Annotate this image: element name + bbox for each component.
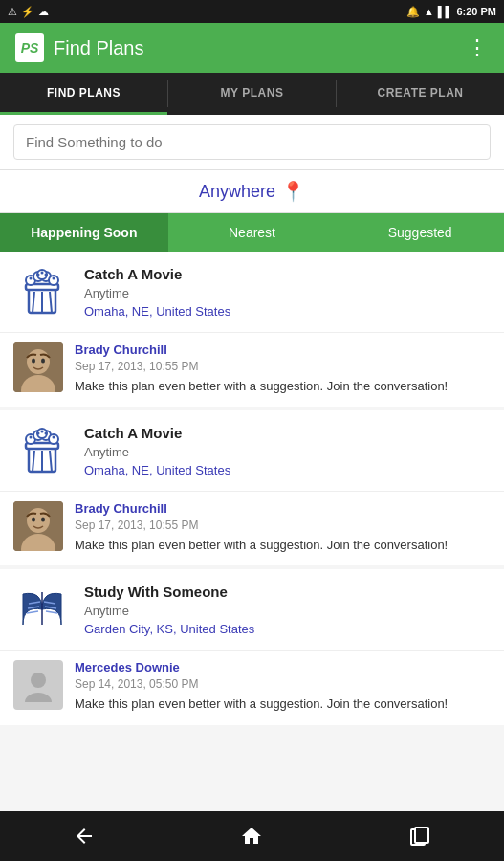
avatar — [13, 342, 63, 392]
filter-nearest[interactable]: Nearest — [168, 213, 337, 252]
comment-date: Sep 14, 2013, 05:50 PM — [75, 677, 491, 691]
wifi-icon: ▲ — [424, 6, 434, 17]
svg-point-16 — [27, 349, 50, 374]
svg-point-48 — [25, 693, 52, 702]
svg-point-14 — [41, 272, 44, 275]
plan-location[interactable]: Omaha, NE, United States — [84, 463, 491, 477]
svg-point-36 — [27, 508, 50, 533]
popcorn-icon — [13, 263, 71, 320]
plan-title: Catch A Movie — [84, 266, 491, 282]
svg-point-32 — [45, 432, 48, 435]
plan-info: Study With Someone Anytime Garden City, … — [84, 584, 491, 636]
overflow-menu-button[interactable]: ⋮ — [467, 35, 489, 60]
commenter-name[interactable]: Brady Churchill — [75, 501, 491, 516]
svg-point-11 — [37, 274, 40, 276]
home-button[interactable] — [223, 817, 280, 855]
search-input[interactable] — [13, 124, 491, 160]
comment-text: Make this plan even better with a sugges… — [75, 537, 491, 554]
popcorn-icon — [13, 422, 71, 479]
tab-create-plan[interactable]: CREATE PLAN — [337, 73, 504, 115]
time: 6:20 PM — [456, 6, 496, 17]
plans-list: Catch A Movie Anytime Omaha, NE, United … — [0, 252, 504, 854]
plan-time: Anytime — [84, 604, 491, 618]
comment-text: Make this plan even better with a sugges… — [75, 695, 491, 713]
comment-body: Mercedes Downie Sep 14, 2013, 05:50 PM M… — [75, 660, 491, 713]
comment-text: Make this plan even better with a sugges… — [75, 378, 491, 395]
svg-point-18 — [32, 359, 35, 364]
plan-location[interactable]: Garden City, KS, United States — [84, 622, 491, 636]
svg-point-31 — [37, 432, 40, 435]
location-row[interactable]: Anywhere 📍 — [0, 170, 504, 213]
svg-point-13 — [53, 277, 55, 280]
plan-card: Study With Someone Anytime Garden City, … — [0, 569, 504, 724]
comment-body: Brady Churchill Sep 17, 2013, 10:55 PM M… — [75, 501, 491, 554]
svg-point-19 — [41, 359, 45, 364]
comment-row: Brady Churchill Sep 17, 2013, 10:55 PM M… — [0, 491, 504, 565]
plan-title: Catch A Movie — [84, 425, 491, 441]
status-right-icons: 🔔 ▲ ▌▌ 6:20 PM — [406, 6, 496, 18]
app-title: Find Plans — [54, 37, 144, 59]
svg-point-47 — [31, 673, 46, 688]
comment-date: Sep 17, 2013, 10:55 PM — [75, 519, 491, 532]
svg-line-43 — [27, 611, 38, 613]
svg-point-34 — [41, 430, 44, 433]
commenter-name[interactable]: Brady Churchill — [75, 342, 491, 357]
svg-rect-50 — [415, 828, 428, 843]
tab-bar: FIND PLANS MY PLANS CREATE PLAN — [0, 73, 504, 115]
usb-icon: ⚡ — [21, 6, 34, 18]
filter-tabs: Happening Soon Nearest Suggested — [0, 213, 504, 252]
plan-card: Catch A Movie Anytime Omaha, NE, United … — [0, 252, 504, 407]
comment-row: Brady Churchill Sep 17, 2013, 10:55 PM M… — [0, 332, 504, 407]
tab-find-plans[interactable]: FIND PLANS — [0, 73, 167, 115]
book-icon — [13, 581, 71, 638]
plan-card: Catch A Movie Anytime Omaha, NE, United … — [0, 410, 504, 565]
svg-point-10 — [30, 277, 33, 280]
ps-logo: PS — [15, 33, 44, 62]
plan-time: Anytime — [84, 445, 491, 459]
plan-header: Catch A Movie Anytime Omaha, NE, United … — [0, 410, 504, 491]
warning-icon: ⚠ — [8, 6, 17, 18]
search-bar — [0, 115, 504, 170]
svg-point-33 — [53, 436, 55, 439]
cloud-icon: ☁ — [38, 6, 49, 18]
filter-suggested[interactable]: Suggested — [336, 213, 504, 252]
location-text: Anywhere — [199, 182, 275, 202]
comment-body: Brady Churchill Sep 17, 2013, 10:55 PM M… — [75, 342, 491, 395]
svg-point-39 — [41, 518, 45, 522]
location-pin-icon: 📍 — [281, 180, 305, 203]
svg-point-12 — [45, 274, 48, 276]
plan-location[interactable]: Omaha, NE, United States — [84, 304, 491, 319]
bottom-nav — [0, 811, 504, 861]
plan-header: Study With Someone Anytime Garden City, … — [0, 569, 504, 650]
svg-point-38 — [32, 518, 35, 522]
avatar — [13, 501, 63, 551]
app-bar-left: PS Find Plans — [15, 33, 144, 62]
comment-date: Sep 17, 2013, 10:55 PM — [75, 360, 491, 373]
signal-icon: ▌▌ — [438, 6, 453, 17]
svg-point-30 — [30, 436, 33, 439]
status-left-icons: ⚠ ⚡ ☁ — [8, 6, 49, 18]
app-bar: PS Find Plans ⋮ — [0, 23, 504, 73]
svg-line-46 — [46, 611, 57, 613]
recents-button[interactable] — [391, 817, 449, 855]
plan-info: Catch A Movie Anytime Omaha, NE, United … — [84, 266, 491, 319]
tab-my-plans[interactable]: MY PLANS — [168, 73, 336, 115]
plan-info: Catch A Movie Anytime Omaha, NE, United … — [84, 425, 491, 477]
back-button[interactable] — [55, 817, 113, 855]
avatar — [13, 660, 63, 710]
plan-time: Anytime — [84, 286, 491, 300]
bell-icon: 🔔 — [406, 6, 420, 18]
status-bar: ⚠ ⚡ ☁ 🔔 ▲ ▌▌ 6:20 PM — [0, 0, 504, 23]
commenter-name[interactable]: Mercedes Downie — [75, 660, 491, 674]
filter-happening-soon[interactable]: Happening Soon — [0, 213, 168, 252]
plan-title: Study With Someone — [84, 584, 491, 600]
comment-row: Mercedes Downie Sep 14, 2013, 05:50 PM M… — [0, 650, 504, 724]
plan-header: Catch A Movie Anytime Omaha, NE, United … — [0, 252, 504, 332]
